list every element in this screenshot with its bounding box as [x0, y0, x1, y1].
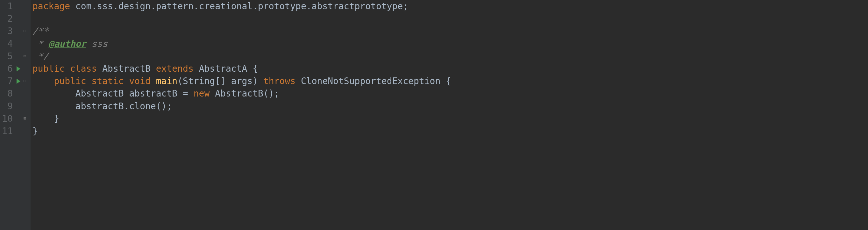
keyword-void: void [129, 75, 150, 87]
line-number: 11 [0, 125, 15, 137]
package-path: com.sss.design.pattern.creational.protot… [70, 0, 403, 12]
code-editor[interactable]: 1 2 3 ⊟ 4 5 ⊟ 6 [0, 0, 868, 230]
rparen: ) [252, 75, 258, 87]
gutter-line: 1 [0, 0, 31, 12]
space [97, 62, 102, 75]
space [440, 75, 446, 87]
code-line-4: * @author sss [32, 37, 868, 50]
type-abstractb: AbstractB [75, 87, 124, 100]
line-number: 6 [0, 62, 15, 75]
line-number: 5 [0, 50, 15, 62]
code-line-5: */ [32, 50, 868, 62]
keyword-public: public [32, 62, 65, 75]
gutter-line: 10 ⊟ [0, 112, 31, 125]
line-number: 1 [0, 0, 15, 12]
var-ref: abstractB [75, 100, 124, 112]
line-number: 7 [0, 75, 15, 87]
indent [32, 87, 75, 100]
space [86, 75, 92, 87]
semicolon: ; [403, 0, 408, 12]
fold-end-icon[interactable]: ⊟ [22, 115, 28, 122]
play-icon [17, 79, 20, 84]
play-icon [17, 66, 20, 71]
gutter-line: 11 [0, 125, 31, 137]
keyword-package: package [32, 0, 70, 12]
code-line-11: } [32, 125, 868, 137]
parens: () [156, 100, 167, 112]
space [65, 62, 70, 75]
rbrace: } [32, 125, 38, 137]
gutter-line: 7 ⊟ [0, 75, 31, 87]
indent [32, 112, 54, 125]
space [151, 62, 156, 75]
exception-type: CloneNotSupportedException [301, 75, 440, 87]
type-stringarr: String[] [183, 75, 226, 87]
doc-author-value: sss [86, 37, 107, 50]
ctor-abstractb: AbstractB [215, 87, 263, 100]
lbrace: { [446, 75, 451, 87]
semicolon: ; [166, 100, 172, 112]
class-name-b: AbstractB [102, 62, 151, 75]
line-number: 9 [0, 100, 15, 112]
keyword-extends: extends [156, 62, 194, 75]
indent [32, 75, 54, 87]
code-line-9: abstractB.clone(); [32, 100, 868, 112]
space [151, 75, 156, 87]
code-line-8: AbstractB abstractB = new AbstractB(); [32, 87, 868, 100]
space [194, 62, 199, 75]
rbrace: } [54, 112, 59, 125]
fold-collapse-icon[interactable]: ⊟ [22, 28, 28, 34]
code-line-7: public static void main(String[] args) t… [32, 75, 868, 87]
gutter-line: 3 ⊟ [0, 25, 31, 37]
method-main: main [156, 75, 177, 87]
equals: = [177, 87, 194, 100]
parens: () [263, 87, 274, 100]
gutter-line: 4 [0, 37, 31, 50]
dot: . [124, 100, 129, 112]
indent [32, 100, 75, 112]
line-number: 4 [0, 37, 15, 50]
doc-author-tag: @author [49, 37, 86, 50]
code-line-10: } [32, 112, 868, 125]
semicolon: ; [274, 87, 280, 100]
keyword-public: public [54, 75, 86, 87]
gutter-line: 2 [0, 12, 31, 25]
lbrace: { [252, 62, 258, 75]
keyword-new: new [194, 87, 210, 100]
keyword-static: static [91, 75, 124, 87]
line-number: 3 [0, 25, 15, 37]
doc-comment-end: */ [32, 50, 49, 62]
space [247, 62, 252, 75]
space [226, 75, 231, 87]
var-name: abstractB [129, 87, 177, 100]
doc-comment-start: /** [32, 25, 49, 37]
gutter-line: 9 [0, 100, 31, 112]
space [124, 75, 129, 87]
line-number: 10 [0, 112, 15, 125]
run-gutter-icon[interactable] [15, 66, 22, 71]
gutter: 1 2 3 ⊟ 4 5 ⊟ 6 [0, 0, 31, 230]
code-line-6: public class AbstractB extends AbstractA… [32, 62, 868, 75]
space [296, 75, 301, 87]
code-area[interactable]: package com.sss.design.pattern.creationa… [31, 0, 868, 230]
line-number: 2 [0, 12, 15, 25]
fold-collapse-icon[interactable]: ⊟ [22, 78, 28, 84]
gutter-line: 6 [0, 62, 31, 75]
param-args: args [231, 75, 252, 87]
keyword-throws: throws [263, 75, 296, 87]
method-clone: clone [129, 100, 156, 112]
gutter-line: 8 [0, 87, 31, 100]
gutter-line: 5 ⊟ [0, 50, 31, 62]
code-line-2 [32, 12, 868, 25]
space [124, 87, 129, 100]
code-line-3: /** [32, 25, 868, 37]
lparen: ( [177, 75, 183, 87]
line-number: 8 [0, 87, 15, 100]
run-gutter-icon[interactable] [15, 79, 22, 84]
space [258, 75, 263, 87]
class-name-a: AbstractA [199, 62, 247, 75]
fold-end-icon[interactable]: ⊟ [22, 53, 28, 60]
keyword-class: class [70, 62, 97, 75]
doc-star: * [32, 37, 49, 50]
space [210, 87, 215, 100]
